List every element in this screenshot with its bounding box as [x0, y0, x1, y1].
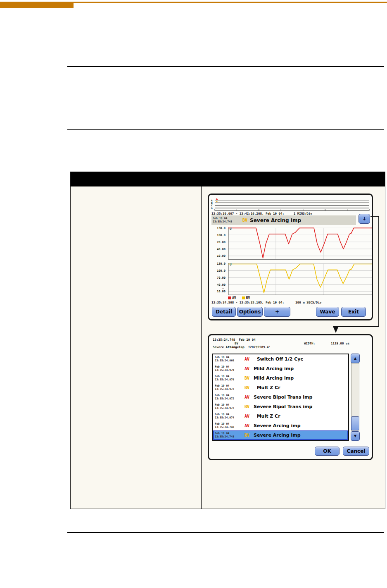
- chapter-accent-bar: [0, 2, 74, 8]
- scrollbar-thumb[interactable]: [351, 416, 359, 430]
- event-row[interactable]: Feb 19 0413:35:24.970BVMild Arcing imp: [213, 373, 348, 383]
- event-row[interactable]: Feb 19 0413:35:24.748BVSevere Arcing imp: [213, 430, 348, 440]
- event-list[interactable]: Feb 19 0413:35:24.960AV Switch Off 1/2 C…: [212, 354, 349, 441]
- y-axis-label: 70.00: [217, 276, 226, 280]
- event-timestamp: Feb 19 0413:35:24.748: [215, 432, 245, 438]
- ok-button[interactable]: OK: [315, 447, 340, 456]
- chart-legend: AVBV: [228, 296, 250, 300]
- scroll-up-icon: ▲: [354, 356, 356, 360]
- section-rule-mid: [67, 129, 384, 130]
- event-label: Severe Bipol Trans imp: [254, 404, 312, 409]
- event-timestamp: Feb 19 0413:35:24.970: [215, 375, 245, 381]
- chapter-accent-rule: [74, 2, 387, 3]
- event-bar-channel-tag: BV: [242, 218, 247, 222]
- toolbar-button-wave[interactable]: Wave: [316, 307, 339, 317]
- svg-text:D: D: [211, 207, 213, 210]
- unit-label-av: U: [230, 227, 232, 231]
- event-label: Severe Arcing imp: [254, 433, 301, 438]
- y-axis-label: 40.00: [217, 248, 226, 251]
- event-timestamp: Feb 19 0413:35:24.974: [215, 413, 245, 419]
- overview-strip-svg: ABCD: [210, 196, 370, 212]
- event-label: Severe Bipol Trans imp: [254, 394, 312, 400]
- device-screenshot-rms: ABCD 13:35:20.067 - 13:42:16.208, Feb 19…: [208, 194, 373, 320]
- scroll-up-button[interactable]: ▲: [351, 354, 360, 363]
- y-axis-label: 130.0: [217, 227, 226, 230]
- event-label: Mult Z Cr: [254, 414, 280, 419]
- event-bar-time: 13:35:24.748: [213, 220, 242, 224]
- scroll-down-button[interactable]: ▼: [351, 431, 360, 441]
- y-axis-label: 100.0: [217, 234, 226, 237]
- event-row[interactable]: Feb 19 0413:35:24.960AV Switch Off 1/2 C…: [213, 354, 348, 364]
- legend-label: AV: [232, 296, 236, 300]
- table-column-divider: [201, 186, 202, 509]
- event-channel-tag: AV: [245, 414, 253, 418]
- selected-event-bar[interactable]: Feb 19 04 13:35:24.748 BV Severe Arcing …: [211, 215, 356, 225]
- event-label: Switch Off 1/2 Cyc: [254, 356, 303, 362]
- toolbar-button-detail[interactable]: Detail: [212, 307, 236, 317]
- event-bar-label: Severe Arcing imp: [250, 218, 301, 223]
- event-label: Mult Z Cr: [254, 385, 280, 390]
- event-channel-tag: AV: [245, 357, 253, 361]
- channel-value: BV: [235, 342, 238, 345]
- width-value: 1119.00 us: [331, 342, 349, 345]
- event-timestamp: Feb 19 0413:35:24.972: [215, 385, 245, 391]
- rms-chart-bv: 130.0100.070.0040.0010.00 U ^: [210, 262, 372, 295]
- toolbar-button-options[interactable]: Options: [237, 307, 263, 317]
- event-channel-tag: BV: [245, 376, 253, 380]
- rms-plot-av: [228, 227, 372, 260]
- event-timestamp: Feb 19 0413:35:24.748: [215, 423, 245, 429]
- width-label: WIDTH:: [304, 342, 315, 345]
- event-detail-line: Severe Arcing imp I20795589.4': [213, 345, 271, 349]
- event-row[interactable]: Feb 19 0413:35:24.972BV Mult Z Cr: [213, 383, 348, 392]
- legend-item-av: AV: [228, 296, 236, 300]
- cancel-button[interactable]: Cancel: [343, 447, 369, 456]
- section-rule-top: [67, 66, 384, 67]
- detail-timestamp: 13:35:24.748 Feb 19 04: [213, 338, 256, 342]
- trigger-caret-icon: ^: [222, 287, 224, 291]
- down-arrow-icon: ↓: [362, 216, 366, 222]
- event-timestamp: Feb 19 0413:35:24.960: [215, 356, 245, 362]
- event-row[interactable]: Feb 19 0413:35:24.972BVSevere Bipol Tran…: [213, 402, 348, 411]
- toolbar-button-exit[interactable]: Exit: [341, 307, 366, 317]
- toolbar-button-plus[interactable]: +: [264, 307, 290, 317]
- legend-swatch: [228, 296, 231, 299]
- event-row[interactable]: Feb 19 0413:35:24.970AVMild Arcing imp: [213, 364, 348, 373]
- device-screenshot-eventlist: 13:35:24.748 Feb 19 04 Channel : BV WIDT…: [208, 334, 373, 460]
- event-label: Mild Arcing imp: [254, 375, 294, 381]
- event-timestamp: Feb 19 0413:35:24.972: [215, 394, 245, 400]
- rms-plot-bv: [228, 262, 372, 295]
- toolbar: DetailOptions+WaveExit: [209, 307, 372, 317]
- event-channel-tag: AV: [245, 395, 253, 399]
- event-timestamp: Feb 19 0413:35:24.970: [215, 366, 245, 372]
- y-axis-label: 10.00: [217, 290, 226, 293]
- scrollbar[interactable]: ▲ ▼: [351, 354, 360, 441]
- timeline-overview: ABCD: [210, 196, 370, 214]
- y-axis-label: 40.00: [217, 283, 226, 287]
- event-row[interactable]: Feb 19 0413:35:24.974AV Mult Z Cr: [213, 411, 348, 421]
- event-channel-tag: AV: [245, 423, 253, 428]
- event-timestamp: Feb 19 0413:35:24.972: [215, 404, 245, 410]
- event-channel-tag: BV: [245, 404, 253, 409]
- event-label: Mild Arcing imp: [254, 366, 294, 371]
- rms-chart-av: 130.0100.070.0040.0010.00 U: [210, 227, 372, 260]
- event-row[interactable]: Feb 19 0413:35:24.748AVSevere Arcing imp: [213, 421, 348, 430]
- legend-label: BV: [246, 296, 250, 300]
- event-bar-timestamp: Feb 19 04 13:35:24.748: [213, 217, 242, 223]
- y-axis-label: 10.00: [217, 254, 226, 258]
- chart-range-status: 13:35:24.508 - 13:35:25.105, Feb 19 04: …: [211, 301, 321, 304]
- event-row[interactable]: Feb 19 0413:35:24.972AVSevere Bipol Tran…: [213, 392, 348, 402]
- event-channel-tag: AV: [245, 366, 253, 371]
- event-detail-button[interactable]: ↓: [359, 214, 370, 224]
- manual-page: ABCD 13:35:20.067 - 13:42:16.208, Feb 19…: [0, 0, 387, 588]
- unit-label-bv: U: [230, 263, 232, 266]
- legend-item-bv: BV: [242, 296, 250, 300]
- y-axis-label: 130.0: [217, 262, 226, 265]
- legend-swatch: [242, 296, 245, 299]
- event-marker-b: [216, 201, 218, 202]
- y-axis-label: 70.00: [217, 241, 226, 244]
- event-marker-a: [216, 198, 218, 200]
- event-channel-tag: BV: [245, 385, 253, 390]
- scroll-down-icon: ▼: [354, 434, 356, 438]
- event-detail-header: 13:35:24.748 Feb 19 04 Channel : BV WIDT…: [209, 335, 372, 352]
- overview-range-status: 13:35:20.067 - 13:42:16.208, Feb 19 04: …: [211, 212, 312, 215]
